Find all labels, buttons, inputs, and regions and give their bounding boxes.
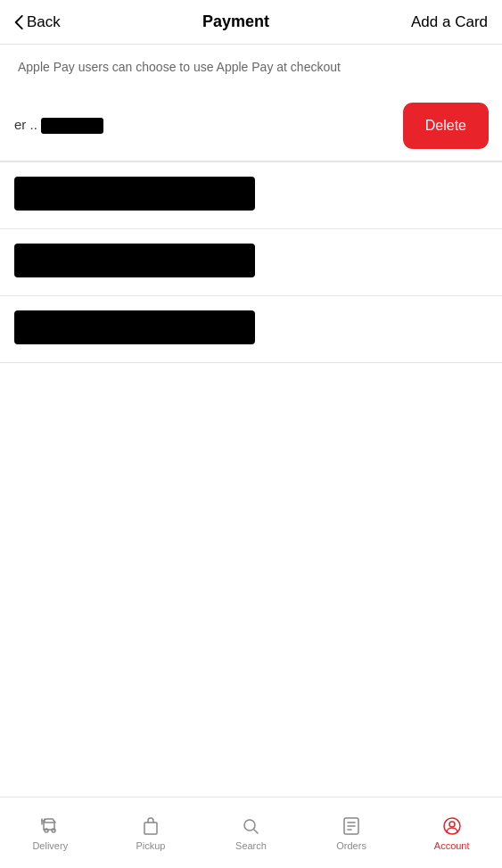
card-rows-container [0, 161, 502, 363]
back-button[interactable]: Back [14, 13, 61, 31]
page-header: Back Payment Add a Card [0, 0, 502, 45]
svg-rect-4 [144, 823, 157, 834]
page-title: Payment [202, 12, 269, 31]
delete-button[interactable]: Delete [407, 107, 484, 145]
payment-row-left: er .. [14, 117, 103, 134]
card-number-redacted [41, 118, 103, 134]
delivery-icon [39, 815, 61, 837]
nav-item-delivery[interactable]: Delivery [0, 808, 101, 858]
orders-icon [341, 815, 362, 837]
nav-item-account[interactable]: Account [401, 808, 502, 858]
svg-point-0 [45, 829, 48, 832]
info-text: Apple Pay users can choose to use Apple … [18, 60, 341, 74]
delete-button-wrapper: Delete [404, 103, 488, 148]
svg-point-5 [244, 820, 255, 831]
card-prefix: er .. [14, 117, 103, 134]
card-block-1 [14, 177, 255, 211]
svg-point-11 [449, 822, 455, 827]
card-item-3[interactable] [0, 296, 502, 363]
payment-row: er .. Delete [0, 91, 502, 161]
nav-item-orders[interactable]: Orders [301, 808, 402, 858]
nav-item-search[interactable]: Search [201, 808, 301, 858]
svg-point-1 [52, 829, 55, 832]
card-block-2 [14, 244, 255, 277]
nav-label-delivery: Delivery [32, 840, 68, 851]
nav-label-account: Account [434, 840, 470, 851]
info-banner: Apple Pay users can choose to use Apple … [0, 45, 502, 91]
pickup-icon [140, 815, 161, 837]
card-item-2[interactable] [0, 229, 502, 296]
nav-item-pickup[interactable]: Pickup [101, 808, 202, 858]
add-card-button[interactable]: Add a Card [411, 13, 488, 31]
nav-label-search: Search [235, 840, 267, 851]
back-label: Back [27, 13, 61, 31]
account-icon [441, 815, 463, 837]
search-icon [240, 815, 261, 837]
bottom-nav: Delivery Pickup Search [0, 797, 502, 868]
nav-label-orders: Orders [336, 840, 366, 851]
back-chevron-icon [14, 15, 23, 29]
card-block-3 [14, 310, 255, 344]
card-item-1[interactable] [0, 162, 502, 229]
nav-label-pickup: Pickup [136, 840, 165, 851]
